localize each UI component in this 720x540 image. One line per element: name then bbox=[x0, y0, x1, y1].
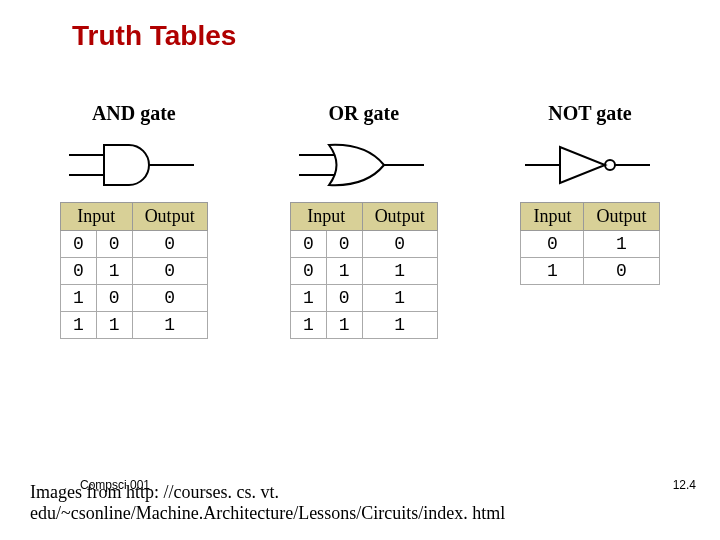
header-input: Input bbox=[291, 203, 363, 231]
not-truth-table: Input Output 0 1 1 0 bbox=[520, 202, 659, 285]
table-row: 1 0 0 bbox=[61, 285, 208, 312]
not-gate-block: NOT gate Input Output 0 1 1 0 bbox=[520, 102, 660, 339]
table-row: 0 0 0 bbox=[291, 231, 438, 258]
table-row: 1 1 1 bbox=[291, 312, 438, 339]
slide-title: Truth Tables bbox=[72, 20, 720, 52]
table-row: 0 1 bbox=[521, 231, 659, 258]
gates-row: AND gate Input Output 0 0 0 0 1 0 1 bbox=[0, 52, 720, 339]
header-input: Input bbox=[61, 203, 133, 231]
table-row: 0 1 0 bbox=[61, 258, 208, 285]
not-gate-label: NOT gate bbox=[548, 102, 632, 125]
and-gate-block: AND gate Input Output 0 0 0 0 1 0 1 bbox=[60, 102, 208, 339]
header-output: Output bbox=[132, 203, 207, 231]
and-truth-table: Input Output 0 0 0 0 1 0 1 0 0 1 1 1 bbox=[60, 202, 208, 339]
table-row: Input Output bbox=[521, 203, 659, 231]
or-gate-icon bbox=[294, 135, 434, 195]
and-gate-label: AND gate bbox=[92, 102, 176, 125]
table-row: 1 0 bbox=[521, 258, 659, 285]
header-input: Input bbox=[521, 203, 584, 231]
table-row: 1 0 1 bbox=[291, 285, 438, 312]
table-row: Input Output bbox=[291, 203, 438, 231]
table-row: 0 0 0 bbox=[61, 231, 208, 258]
table-row: 1 1 1 bbox=[61, 312, 208, 339]
header-output: Output bbox=[584, 203, 659, 231]
not-gate-icon bbox=[520, 135, 660, 195]
or-truth-table: Input Output 0 0 0 0 1 1 1 0 1 1 1 1 bbox=[290, 202, 438, 339]
table-row: 0 1 1 bbox=[291, 258, 438, 285]
or-gate-label: OR gate bbox=[329, 102, 400, 125]
image-credits: Images from http: //courses. cs. vt. edu… bbox=[30, 482, 690, 524]
table-row: Input Output bbox=[61, 203, 208, 231]
and-gate-icon bbox=[64, 135, 204, 195]
header-output: Output bbox=[362, 203, 437, 231]
or-gate-block: OR gate Input Output 0 0 0 0 1 1 1 bbox=[290, 102, 438, 339]
